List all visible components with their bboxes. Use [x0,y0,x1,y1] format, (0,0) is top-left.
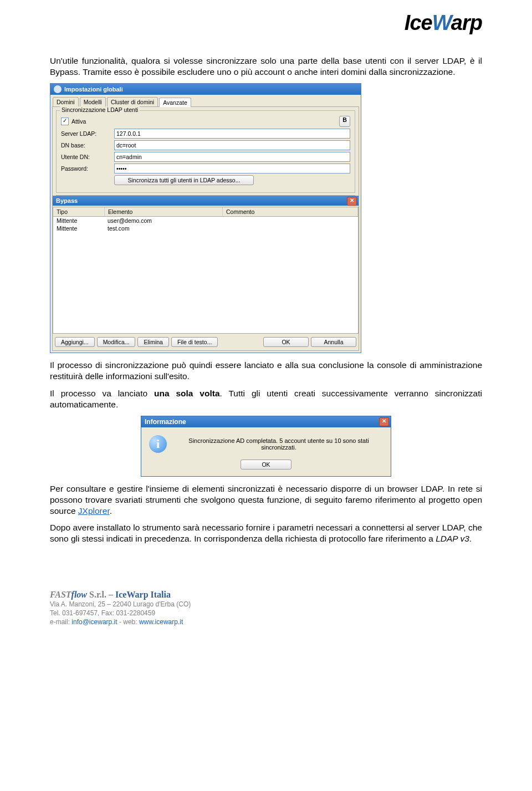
bypass-title: Bypass [56,197,78,204]
label-dnbase: DN base: [61,142,111,149]
tabs-row: Domini Modelli Cluster di domini Avanzat… [50,95,361,106]
info-dialog: Informazione ✕ i Sincronizzazione AD com… [141,416,391,477]
tab-domini[interactable]: Domini [53,97,79,106]
info-icon: i [149,435,167,453]
filetesto-button[interactable]: File di testo... [171,337,218,347]
label-server: Server LDAP: [61,130,111,137]
elimina-button[interactable]: Elimina [137,337,168,347]
password-input[interactable]: ••••• [114,164,350,173]
table-row: Mittente user@demo.com [53,217,358,224]
server-input[interactable]: 127.0.0.1 [114,129,350,139]
table-row: Mittente test.com [53,224,358,232]
bypass-close-icon[interactable]: ✕ [347,197,357,206]
attiva-label: Attiva [71,118,86,125]
intro-paragraph: Un'utile funzionalità, qualora si voless… [50,55,482,78]
brand-logo: IceWarp [405,11,482,35]
page-footer: FASTflow S.r.l. – IceWarp Italia Via A. … [50,589,482,627]
aggiungi-button[interactable]: Aggiungi... [55,337,95,347]
ldap-sync-group: Sincronizzazione LDAP utenti ✓ Attiva B … [56,110,355,193]
utente-input[interactable]: cn=admin [114,152,350,162]
label-password: Password: [61,165,111,172]
footer-address: Via A. Manzoni, 25 – 22040 Lurago d'Erba… [50,600,482,609]
settings-title: Impostazioni globali [64,86,123,93]
annulla-button[interactable]: Annulla [311,337,356,347]
paragraph-ldapv3: Dopo avere installato lo strumento sarà … [50,522,482,544]
app-icon [54,85,62,93]
settings-titlebar: Impostazioni globali [50,84,361,95]
bypass-shortcut-button[interactable]: B [339,116,350,127]
footer-email-link[interactable]: info@icewarp.it [71,618,117,626]
modifica-button[interactable]: Modifica... [97,337,136,347]
footer-web-link[interactable]: www.icewarp.it [139,618,183,626]
label-utente: Utente DN: [61,154,111,160]
settings-window: Impostazioni globali Domini Modelli Clus… [50,83,361,353]
paragraph-browser: Per consultare e gestire l'insieme di el… [50,483,482,517]
bypass-list[interactable]: Mittente user@demo.com Mittente test.com [53,217,359,334]
sync-now-button[interactable]: Sincronizza tutti gli utenti in LDAP ade… [114,175,254,185]
footer-tel: Tel. 031-697457, Fax: 031-2280459 [50,609,482,618]
col-tipo[interactable]: Tipo [53,207,105,216]
dialog-ok-button[interactable]: OK [241,460,291,470]
ok-button[interactable]: OK [263,337,309,347]
jxplorer-link[interactable]: JXplorer [78,506,110,516]
dnbase-input[interactable]: dc=root [114,140,350,150]
col-elemento[interactable]: Elemento [105,207,223,216]
dialog-message: Sincronizzazione AD completata. 5 accoun… [175,437,383,451]
col-commento[interactable]: Commento [223,207,358,216]
dialog-close-icon[interactable]: ✕ [379,417,389,426]
tab-cluster[interactable]: Cluster di domini [107,97,158,106]
bypass-header: Tipo Elemento Commento [53,207,359,217]
dialog-title: Informazione [145,418,186,426]
tab-modelli[interactable]: Modelli [80,97,106,106]
attiva-checkbox[interactable]: ✓ Attiva [61,118,86,125]
paragraph-once: Il processo va lanciato una sola volta. … [50,388,482,410]
paragraph-sync-result: Il processo di sincronizzazione può quin… [50,360,482,382]
tab-avanzate[interactable]: Avanzate [159,98,191,107]
group-legend: Sincronizzazione LDAP utenti [60,106,140,113]
